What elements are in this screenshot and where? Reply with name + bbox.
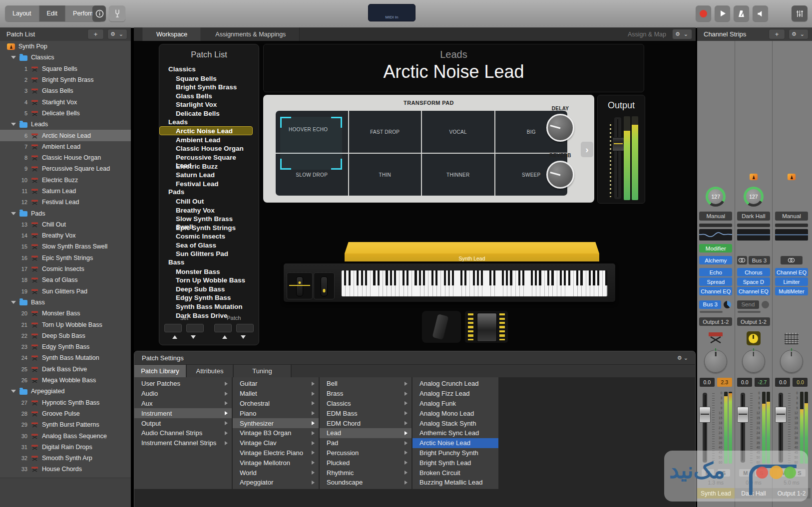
screen-patch-item[interactable]: Torn Up Wobble Bass	[159, 275, 253, 284]
patch-list-row[interactable]: 14 Breathy Vox	[0, 230, 131, 241]
library-menu-item[interactable]: Buzzing Metallic Lead	[412, 478, 498, 488]
library-menu-item[interactable]: Mallet	[233, 389, 319, 399]
library-menu-item[interactable]: Output	[134, 418, 232, 428]
strip-name[interactable]: Dark Hall	[735, 488, 773, 499]
effect-slot-button[interactable]: Chorus	[737, 268, 770, 276]
patch-list-row[interactable]: Pads	[0, 208, 131, 219]
patch-list-row[interactable]: 11 Saturn Lead	[0, 186, 131, 197]
mute-button[interactable]: M	[739, 469, 752, 477]
screen-patch-item[interactable]: Deep Sub Bass	[159, 284, 253, 293]
master-mute-button[interactable]	[753, 5, 768, 21]
effect-slot-button[interactable]: MultiMeter	[775, 287, 808, 295]
tuning-fork-button[interactable]	[109, 5, 125, 21]
patch-settings-action-menu[interactable]: ⚙ ⌄	[677, 355, 688, 361]
transform-pad-cell[interactable]: FAST DROP	[349, 111, 421, 153]
effect-slot-button[interactable]: Channel EQ	[699, 287, 732, 295]
patch-list-row[interactable]: 4 Starlight Vox	[0, 96, 131, 107]
screen-patch-item[interactable]: Electric Buzz	[159, 162, 253, 171]
output-fader-cap[interactable]	[612, 137, 624, 151]
eq-thumbnail[interactable]	[699, 229, 732, 241]
patch-settings-tab[interactable]: Patch Library	[134, 365, 187, 377]
pan-value[interactable]: 0.0	[737, 378, 752, 387]
channel-strips-action-menu[interactable]: ⚙ ⌄	[789, 29, 809, 39]
solo-button[interactable]: S	[793, 469, 806, 477]
library-menu-item[interactable]: Synthesizer	[233, 418, 319, 428]
patch-list-row[interactable]: 12 Festival Lead	[0, 197, 131, 208]
patch-list-row[interactable]: 19 Sun Glitters Pad	[0, 286, 131, 297]
screen-patch-item[interactable]: Square Bells	[159, 74, 253, 83]
library-menu-item[interactable]: Rhythmic	[320, 468, 411, 478]
library-menu-item[interactable]: Audio	[134, 389, 232, 399]
library-menu-item[interactable]: Vintage Clav	[233, 438, 319, 448]
next-layer-chevron-button[interactable]: ›	[581, 142, 593, 157]
patch-list-row[interactable]: 18 Sea of Glass	[0, 274, 131, 285]
patch-next-button[interactable]	[236, 324, 254, 332]
mute-button[interactable]: M	[701, 469, 715, 477]
stereo-format-button[interactable]	[781, 256, 803, 264]
patch-list-row[interactable]: Classics	[0, 52, 131, 63]
screen-patch-item[interactable]: Ambient Lead	[159, 135, 253, 144]
effect-slot-button[interactable]: Echo	[699, 268, 732, 276]
patch-settings-tab[interactable]: Attributes	[187, 365, 234, 377]
fader-cap[interactable]	[699, 407, 711, 423]
library-menu-item[interactable]: Arctic Noise Lead	[412, 438, 498, 448]
onscreen-keyboard[interactable]	[284, 263, 615, 302]
output-fader-track[interactable]	[614, 117, 621, 199]
library-menu-item[interactable]: Broken Circuit	[412, 468, 498, 478]
screen-patch-item[interactable]: Breathy Vox	[159, 206, 253, 215]
fader-cap[interactable]	[775, 407, 787, 423]
patch-list-row[interactable]: 32 Smooth Synth Arp	[0, 453, 131, 464]
patch-list-row[interactable]: 24 Synth Bass Mutation	[0, 352, 131, 363]
pan-value[interactable]: 0.0	[700, 378, 715, 387]
patch-list-row[interactable]: 13 Chill Out	[0, 219, 131, 230]
library-menu-item[interactable]: Instrument Channel Strips	[134, 438, 232, 448]
patch-list-row[interactable]: 29 Synth Burst Patterns	[0, 419, 131, 430]
patch-list-row[interactable]: 20 Monster Bass	[0, 308, 131, 319]
info-button[interactable]	[92, 5, 106, 21]
mode-button[interactable]: Edit	[39, 5, 66, 21]
input-source-button[interactable]: Alchemy	[699, 256, 732, 264]
patch-list-row[interactable]: 9 Percussive Square Lead	[0, 163, 131, 174]
library-menu-item[interactable]: Lead	[320, 428, 411, 438]
screen-patch-item[interactable]: Bright Synth Brass	[159, 82, 253, 91]
library-menu-item[interactable]: Classics	[320, 399, 411, 409]
library-menu-item[interactable]: Soundscape	[320, 478, 411, 488]
transform-pad-cell[interactable]: THINNER	[422, 154, 494, 196]
preset-selector-button[interactable]: Manual	[775, 212, 808, 221]
screen-patch-item[interactable]: Saturn Lead	[159, 170, 253, 179]
eq-thumbnail[interactable]	[775, 229, 808, 241]
mute-button[interactable]: M	[777, 469, 790, 477]
effect-slot-button[interactable]: Channel EQ	[775, 268, 808, 276]
fader-cap[interactable]	[737, 407, 749, 423]
transform-pad-cell[interactable]: THIN	[349, 154, 421, 196]
volume-value[interactable]: 0.0	[793, 378, 808, 387]
fader-track[interactable]	[779, 393, 783, 463]
screen-patch-item[interactable]: Synth Bass Mutation	[159, 302, 253, 311]
library-menu-item[interactable]: World	[233, 468, 319, 478]
patch-list-row[interactable]: 6 Arctic Noise Lead	[0, 130, 131, 141]
patch-settings-tab[interactable]: Tuning	[234, 365, 292, 377]
patch-list-row[interactable]: 31 Digital Rain Drops	[0, 442, 131, 453]
effect-slot-button[interactable]: Limiter	[775, 277, 808, 286]
black-keys[interactable]	[342, 270, 607, 285]
expression-knob[interactable]: 127	[706, 187, 726, 207]
patch-list-row[interactable]: 5 Delicate Bells	[0, 108, 131, 119]
fader-track[interactable]	[741, 393, 745, 463]
library-menu-item[interactable]: Analog Funk	[412, 399, 498, 409]
expression-knob[interactable]: 127	[744, 187, 764, 207]
patch-list-row[interactable]: 16 Epic Synth Strings	[0, 253, 131, 263]
patch-list-row[interactable]: 23 Edgy Synth Bass	[0, 341, 131, 352]
screen-patch-item[interactable]: Edgy Synth Bass	[159, 293, 253, 302]
patch-list-row[interactable]: 17 Cosmic Insects	[0, 263, 131, 274]
library-menu-item[interactable]: Arpeggiator	[233, 478, 319, 488]
patch-list-row[interactable]: Bass	[0, 297, 131, 308]
modifier-plugin-button[interactable]: Modifier	[699, 244, 732, 253]
patch-list-row[interactable]: 33 House Chords	[0, 464, 131, 475]
input-source-button[interactable]: Bus 3	[749, 256, 770, 264]
patch-previous-button[interactable]	[214, 324, 232, 332]
library-menu-item[interactable]: Bright Synth Lead	[412, 458, 498, 468]
library-menu-item[interactable]: Vintage B3 Organ	[233, 428, 319, 438]
patch-list-row[interactable]: Synth Pop	[0, 41, 131, 52]
library-menu-item[interactable]: Bell	[320, 379, 411, 389]
play-button[interactable]	[715, 5, 730, 21]
